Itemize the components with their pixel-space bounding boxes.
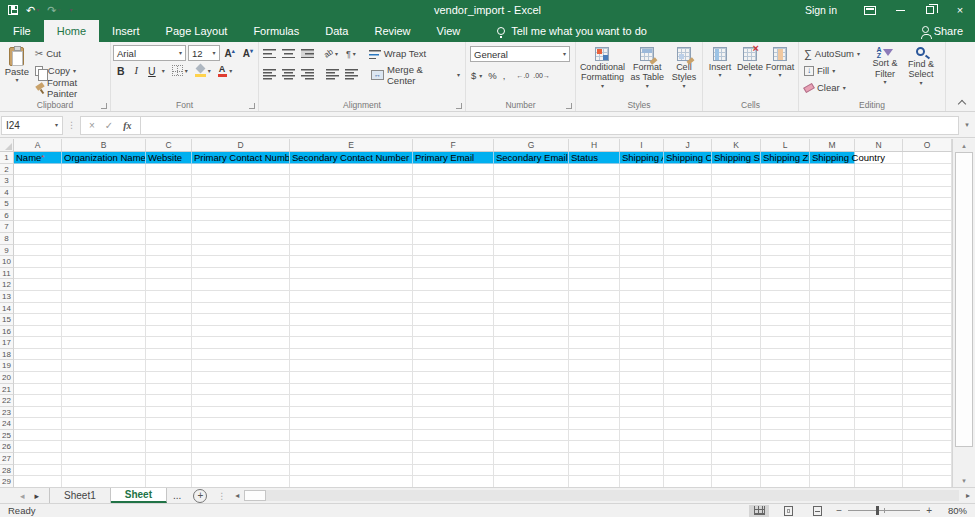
confirm-entry-icon[interactable]: ✓ — [105, 120, 113, 131]
cell-N19[interactable] — [855, 360, 903, 372]
cell-A25[interactable] — [14, 430, 62, 442]
cell-A16[interactable] — [14, 326, 62, 338]
column-header-M[interactable]: M — [810, 139, 855, 151]
sort-filter-button[interactable]: AZ Sort & Filter ▾ — [867, 45, 903, 97]
cell-B28[interactable] — [62, 465, 146, 477]
cell-N10[interactable] — [855, 256, 903, 268]
zoom-in-button[interactable]: + — [926, 505, 932, 516]
cell-B14[interactable] — [62, 303, 146, 315]
cell-C18[interactable] — [146, 349, 192, 361]
cell-K22[interactable] — [712, 395, 761, 407]
cell-M10[interactable] — [810, 256, 855, 268]
cell-K24[interactable] — [712, 418, 761, 430]
tab-page-layout[interactable]: Page Layout — [153, 20, 241, 42]
align-right-icon[interactable] — [301, 69, 314, 80]
cell-B6[interactable] — [62, 210, 146, 222]
customize-qat-button[interactable]: ▾ — [68, 7, 72, 13]
cell-J14[interactable] — [664, 303, 712, 315]
cell-A23[interactable] — [14, 407, 62, 419]
cell-D5[interactable] — [192, 198, 290, 210]
row-header-6[interactable]: 6 — [0, 210, 14, 222]
column-header-K[interactable]: K — [712, 139, 761, 151]
cell-E20[interactable] — [290, 372, 413, 384]
cell-G12[interactable] — [494, 279, 569, 291]
sheet-tabs-overflow[interactable]: ... — [167, 488, 187, 503]
underline-button[interactable]: U — [144, 65, 160, 77]
cell-N14[interactable] — [855, 303, 903, 315]
cell-L18[interactable] — [761, 349, 810, 361]
cell-F24[interactable] — [413, 418, 494, 430]
text-direction-button[interactable]: ¶ — [346, 49, 351, 59]
cell-L6[interactable] — [761, 210, 810, 222]
cell-H17[interactable] — [569, 337, 620, 349]
cell-K10[interactable] — [712, 256, 761, 268]
cell-F3[interactable] — [413, 175, 494, 187]
number-dialog-launcher-icon[interactable] — [566, 103, 572, 109]
cell-M17[interactable] — [810, 337, 855, 349]
cell-F11[interactable] — [413, 268, 494, 280]
minimize-button[interactable] — [885, 0, 915, 20]
cell-K17[interactable] — [712, 337, 761, 349]
cell-M7[interactable] — [810, 221, 855, 233]
accounting-format-button[interactable]: $▾ — [468, 67, 485, 84]
tell-me-box[interactable]: Tell me what you want to do — [483, 20, 661, 42]
cell-I12[interactable] — [620, 279, 664, 291]
share-button[interactable]: Share — [910, 20, 975, 42]
tab-data[interactable]: Data — [312, 20, 361, 42]
cell-D23[interactable] — [192, 407, 290, 419]
cell-B18[interactable] — [62, 349, 146, 361]
cell-M15[interactable] — [810, 314, 855, 326]
cell-I27[interactable] — [620, 453, 664, 465]
cell-A9[interactable] — [14, 245, 62, 257]
cell-L14[interactable] — [761, 303, 810, 315]
cell-C1[interactable]: Website — [146, 152, 192, 164]
cell-I21[interactable] — [620, 384, 664, 396]
cell-B25[interactable] — [62, 430, 146, 442]
cell-M24[interactable] — [810, 418, 855, 430]
borders-button[interactable] — [172, 65, 183, 76]
row-header-26[interactable]: 26 — [0, 441, 14, 453]
row-header-14[interactable]: 14 — [0, 303, 14, 315]
cell-E5[interactable] — [290, 198, 413, 210]
cell-K9[interactable] — [712, 245, 761, 257]
cell-B4[interactable] — [62, 187, 146, 199]
cell-L11[interactable] — [761, 268, 810, 280]
row-header-27[interactable]: 27 — [0, 453, 14, 465]
cell-A24[interactable] — [14, 418, 62, 430]
cell-E17[interactable] — [290, 337, 413, 349]
cell-F13[interactable] — [413, 291, 494, 303]
font-dialog-launcher-icon[interactable] — [249, 103, 255, 109]
cell-G22[interactable] — [494, 395, 569, 407]
cell-C28[interactable] — [146, 465, 192, 477]
cell-I8[interactable] — [620, 233, 664, 245]
comma-style-button[interactable]: , — [500, 67, 509, 84]
cell-O4[interactable] — [903, 187, 952, 199]
cell-M26[interactable] — [810, 441, 855, 453]
cell-E25[interactable] — [290, 430, 413, 442]
row-header-19[interactable]: 19 — [0, 360, 14, 372]
increase-indent-icon[interactable] — [345, 69, 358, 80]
percent-style-button[interactable]: % — [485, 67, 499, 84]
cell-D24[interactable] — [192, 418, 290, 430]
cell-O19[interactable] — [903, 360, 952, 372]
cell-L27[interactable] — [761, 453, 810, 465]
cell-F17[interactable] — [413, 337, 494, 349]
cell-K6[interactable] — [712, 210, 761, 222]
cell-H10[interactable] — [569, 256, 620, 268]
fill-color-button[interactable] — [195, 65, 206, 77]
cell-A18[interactable] — [14, 349, 62, 361]
cell-H18[interactable] — [569, 349, 620, 361]
cell-F5[interactable] — [413, 198, 494, 210]
cell-E29[interactable] — [290, 476, 413, 487]
cell-H25[interactable] — [569, 430, 620, 442]
cell-B29[interactable] — [62, 476, 146, 487]
cell-F16[interactable] — [413, 326, 494, 338]
normal-view-button[interactable] — [749, 505, 769, 517]
cell-N25[interactable] — [855, 430, 903, 442]
cell-M12[interactable] — [810, 279, 855, 291]
cell-O29[interactable] — [903, 476, 952, 487]
cell-K20[interactable] — [712, 372, 761, 384]
cell-I6[interactable] — [620, 210, 664, 222]
row-header-28[interactable]: 28 — [0, 465, 14, 477]
cell-B1[interactable]: Organization Name — [62, 152, 146, 164]
